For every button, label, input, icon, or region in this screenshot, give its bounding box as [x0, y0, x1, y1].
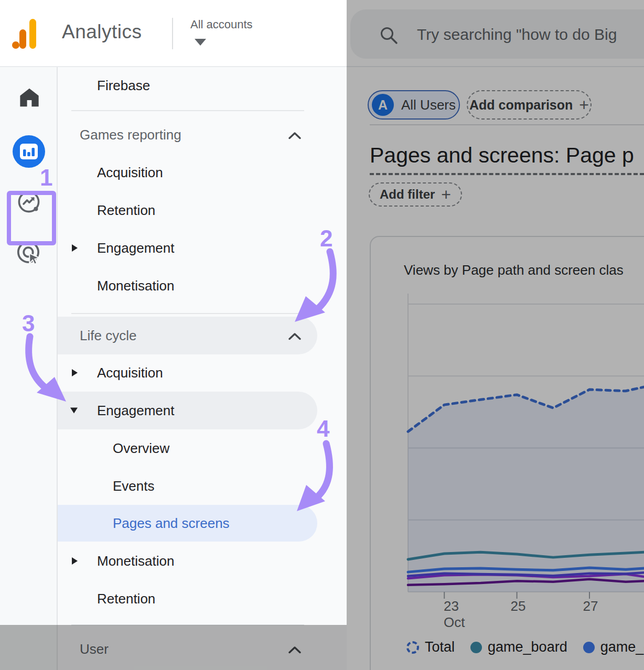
total-dashed-circle-icon [406, 641, 419, 654]
caret-right-icon[interactable] [72, 244, 78, 252]
bar-chart-icon [20, 144, 38, 159]
plus-icon: + [579, 95, 589, 115]
audience-avatar: A [372, 94, 394, 116]
nav-item-label: Events [113, 478, 155, 494]
nav-item-engagement-overview[interactable]: Overview [58, 429, 317, 467]
add-filter-button[interactable]: Add filter + [369, 182, 462, 207]
nav-section-games-reporting[interactable]: Games reporting [58, 116, 317, 154]
header-divider [172, 18, 173, 49]
caret-right-icon[interactable] [72, 369, 78, 376]
account-switcher[interactable]: All accounts [190, 18, 253, 31]
nav-item-pages-and-screens[interactable]: Pages and screens [58, 505, 317, 542]
nav-item-games-acquisition[interactable]: Acquisition [58, 154, 317, 191]
x-tick-month-label: Oct [444, 614, 465, 631]
nav-item-label: Acquisition [97, 165, 163, 181]
left-rail [0, 67, 58, 670]
legend-label: game_over [600, 639, 644, 655]
x-axis-label-23-oct: 23 Oct [444, 598, 465, 630]
legend-item-total[interactable]: Total [406, 639, 455, 655]
step2-number: 2 [320, 225, 332, 252]
nav-item-label: Engagement [97, 403, 174, 419]
nav-item-games-engagement[interactable]: Engagement [58, 229, 317, 267]
nav-divider [71, 624, 304, 625]
nav-section-label: Games reporting [80, 127, 181, 143]
nav-section-life-cycle[interactable]: Life cycle [58, 317, 317, 354]
nav-item-label: Monetisation [97, 553, 174, 569]
add-filter-label: Add filter [380, 187, 435, 202]
nav-section-label: Life cycle [80, 328, 136, 344]
nav-section-user[interactable]: User [58, 630, 317, 668]
nav-divider [71, 110, 304, 111]
nav-item-label: Overview [113, 440, 169, 457]
nav-item-lifecycle-retention[interactable]: Retention [58, 580, 317, 618]
nav-divider [71, 313, 304, 314]
nav-item-label: Engagement [97, 240, 174, 256]
page-title[interactable]: Pages and screens: Page p [370, 143, 644, 175]
nav-item-firebase[interactable]: Firebase [58, 67, 317, 104]
chart-title: Views by Page path and screen clas [404, 262, 624, 278]
x-tick-label: 23 [444, 598, 465, 614]
nav-section-label: User [80, 641, 109, 657]
chevron-up-icon[interactable] [288, 127, 301, 143]
search-input[interactable]: Try searching "how to do Big [350, 9, 644, 59]
reports-icon[interactable] [13, 135, 45, 168]
step4-number: 4 [317, 416, 329, 442]
caret-right-icon[interactable] [72, 557, 78, 565]
app-header: Analytics All accounts Try searching "ho… [0, 0, 644, 67]
report-nav-drawer: Firebase Games reporting Acquisition Ret… [58, 67, 347, 670]
nav-item-label: Monetisation [97, 278, 174, 294]
game-board-dot-icon [470, 642, 482, 653]
nav-item-engagement-events[interactable]: Events [58, 467, 317, 505]
nav-item-games-retention[interactable]: Retention [58, 191, 317, 229]
search-icon [379, 25, 400, 46]
x-axis-label-27: 27 [579, 598, 602, 614]
nav-item-lifecycle-acquisition[interactable]: Acquisition [58, 354, 317, 392]
nav-item-label: Retention [97, 591, 155, 607]
chevron-up-icon[interactable] [288, 328, 301, 344]
chips-divider [370, 124, 644, 125]
search-placeholder: Try searching "how to do Big [417, 26, 617, 44]
step3-number: 3 [22, 310, 35, 337]
analytics-logo-icon [10, 15, 48, 52]
x-axis-label-25: 25 [507, 598, 530, 614]
chevron-up-icon[interactable] [288, 641, 301, 657]
nav-item-lifecycle-monetisation[interactable]: Monetisation [58, 542, 317, 580]
game-over-dot-icon [583, 642, 595, 653]
plus-icon: + [441, 185, 451, 204]
app-title: Analytics [62, 21, 142, 43]
all-users-label: All Users [401, 97, 456, 113]
legend-label: game_board [488, 639, 567, 655]
nav-item-lifecycle-engagement[interactable]: Engagement [58, 392, 317, 429]
legend-item-game-board[interactable]: game_board [470, 639, 567, 655]
account-caret-down-icon[interactable] [195, 39, 206, 46]
legend-item-game-over[interactable]: game_over [583, 639, 644, 655]
nav-item-label: Acquisition [97, 365, 163, 381]
legend-label: Total [425, 639, 455, 655]
chart-legend: Total game_board game_over [406, 639, 644, 655]
add-comparison-button[interactable]: Add comparison + [467, 90, 592, 120]
step1-highlight-box [7, 191, 56, 245]
caret-down-icon[interactable] [70, 408, 78, 414]
main-content: A All Users Add comparison + Pages and s… [347, 67, 644, 670]
nav-item-games-monetisation[interactable]: Monetisation [58, 267, 317, 305]
step1-number: 1 [40, 165, 52, 191]
nav-item-label: Retention [97, 202, 155, 219]
all-users-chip[interactable]: A All Users [368, 90, 460, 120]
home-icon[interactable] [17, 85, 41, 110]
nav-item-label-selected: Pages and screens [113, 515, 230, 532]
add-comparison-label: Add comparison [469, 98, 573, 113]
nav-item-label: Firebase [97, 78, 150, 94]
